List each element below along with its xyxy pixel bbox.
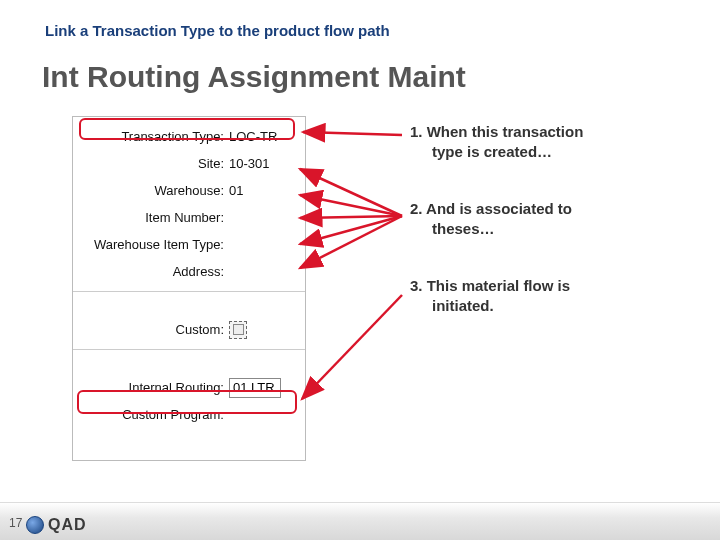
note-3-line1: 3. This material flow is [410,276,670,296]
label-warehouse: Warehouse: [81,183,229,198]
value-site: 10-301 [229,156,269,171]
row-site: Site: 10-301 [81,150,297,177]
label-address: Address: [81,264,229,279]
slide-title: Int Routing Assignment Maint [42,60,466,94]
row-warehouse: Warehouse: 01 [81,177,297,204]
value-warehouse: 01 [229,183,243,198]
label-custom: Custom: [81,322,229,337]
label-item-number: Item Number: [81,210,229,225]
note-1-line1: 1. When this transaction [410,122,670,142]
arrow-2e [300,216,402,268]
highlight-internal-routing [77,390,297,414]
label-site: Site: [81,156,229,171]
note-2-line2: theses… [410,219,670,239]
separator [73,291,305,292]
annotations: 1. When this transaction type is created… [410,122,670,353]
row-custom: Custom: [81,316,297,343]
note-1-line2: type is created… [410,142,670,162]
page-number: 17 [9,516,22,530]
note-1: 1. When this transaction type is created… [410,122,670,161]
note-2-line1: 2. And is associated to [410,199,670,219]
globe-icon [26,516,44,534]
label-warehouse-item-type: Warehouse Item Type: [81,237,229,252]
custom-checkbox[interactable] [229,321,247,339]
row-address: Address: [81,258,297,285]
arrow-3 [302,295,402,399]
brand-logo: QAD [26,516,87,534]
arrow-2c [300,216,402,218]
arrow-2d [300,216,402,244]
note-3-line2: initiated. [410,296,670,316]
note-2: 2. And is associated to theses… [410,199,670,238]
arrow-2a [300,169,402,216]
row-warehouse-item-type: Warehouse Item Type: [81,231,297,258]
note-3: 3. This material flow is initiated. [410,276,670,315]
row-item-number: Item Number: [81,204,297,231]
arrow-1 [303,132,402,135]
footer-bar [0,502,720,540]
separator [73,349,305,350]
arrow-2b [300,195,402,216]
slide-subtitle: Link a Transaction Type to the product f… [45,22,390,39]
brand-text: QAD [48,516,87,534]
highlight-transaction-type [79,118,295,140]
